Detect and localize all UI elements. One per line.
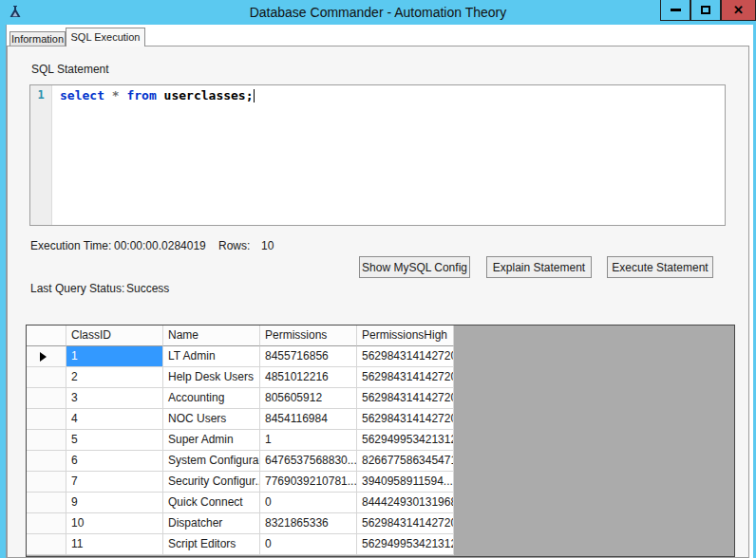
column-header-permissions[interactable]: Permissions xyxy=(260,326,357,346)
grid-cell[interactable]: 844424930131968 xyxy=(357,493,454,513)
window-title: Database Commander - Automation Theory xyxy=(0,0,756,25)
sql-statement-label: SQL Statement xyxy=(31,63,109,76)
grid-cell[interactable]: 6 xyxy=(66,451,163,472)
table-row: 6 System Configura... 6476537568830... 8… xyxy=(27,451,734,472)
row-selector[interactable] xyxy=(27,409,66,430)
grid-cell[interactable]: 7769039210781... xyxy=(260,472,357,493)
grid-cell[interactable]: 4851012216 xyxy=(260,367,357,388)
table-row: 10 Dispatcher 8321865336 562984314142720 xyxy=(27,513,734,534)
grid-cell[interactable]: 10 xyxy=(66,513,163,534)
sql-editor[interactable]: 1 select * from userclasses; xyxy=(29,84,726,226)
last-query-status-value: Success xyxy=(126,282,169,295)
grid-cell[interactable]: Script Editors xyxy=(163,534,260,555)
grid-cell[interactable]: 0 xyxy=(260,534,357,555)
grid-cell[interactable]: 2 xyxy=(66,367,163,388)
row-selector[interactable] xyxy=(27,346,66,367)
grid-corner-cell[interactable] xyxy=(27,326,66,346)
grid-cell[interactable]: 562984314142720 xyxy=(357,388,454,409)
grid-cell[interactable]: 805605912 xyxy=(260,388,357,409)
grid-cell[interactable]: 3940958911594... xyxy=(357,472,454,493)
grid-cell[interactable]: 7 xyxy=(66,472,163,493)
window-controls: ✕ xyxy=(660,0,756,21)
grid-cell[interactable]: 5 xyxy=(66,430,163,451)
row-selector[interactable] xyxy=(27,451,66,472)
grid-cell[interactable]: Security Configur... xyxy=(163,472,260,493)
grid-cell[interactable]: 0 xyxy=(260,493,357,513)
rows-label: Rows: xyxy=(218,239,250,252)
row-selector[interactable] xyxy=(27,367,66,388)
table-row: 4 NOC Users 8454116984 562984314142720 xyxy=(27,409,734,430)
minimize-icon xyxy=(671,9,681,11)
column-header-name[interactable]: Name xyxy=(163,326,260,346)
grid-cell[interactable]: Quick Connect xyxy=(163,493,260,513)
execution-time-value: 00:00:00.0284019 xyxy=(114,239,206,252)
column-header-permissionshigh[interactable]: PermissionsHigh xyxy=(357,326,454,346)
row-selector[interactable] xyxy=(27,472,66,493)
show-mysql-config-button[interactable]: Show MySQL Config xyxy=(359,256,470,278)
maximize-button[interactable] xyxy=(690,0,721,21)
grid-header-row: ClassID Name Permissions PermissionsHigh xyxy=(27,326,734,346)
grid-cell[interactable]: 562949953421312 xyxy=(357,534,454,555)
table-row: 3 Accounting 805605912 562984314142720 xyxy=(27,388,734,409)
grid-cell[interactable]: NOC Users xyxy=(163,409,260,430)
explain-statement-button[interactable]: Explain Statement xyxy=(486,256,592,278)
grid-cell[interactable]: 562949953421312 xyxy=(357,430,454,451)
line-number-1: 1 xyxy=(37,88,44,102)
grid-cell[interactable]: 3 xyxy=(66,388,163,409)
text-caret xyxy=(254,89,255,102)
execution-time-label: Execution Time: xyxy=(30,239,111,252)
close-button[interactable]: ✕ xyxy=(721,0,756,21)
row-selector[interactable] xyxy=(27,493,66,513)
maximize-icon xyxy=(701,6,710,14)
grid-cell[interactable]: 826677586345471 xyxy=(357,451,454,472)
table-row: 11 Script Editors 0 562949953421312 xyxy=(27,534,734,555)
row-selector[interactable] xyxy=(27,388,66,409)
row-selector[interactable] xyxy=(27,430,66,451)
grid-cell[interactable]: System Configura... xyxy=(163,451,260,472)
grid-cell[interactable]: 562984314142720 xyxy=(357,513,454,534)
grid-cell[interactable]: LT Admin xyxy=(163,346,260,367)
row-selector[interactable] xyxy=(27,534,66,555)
table-row: 9 Quick Connect 0 844424930131968 xyxy=(27,493,734,513)
minimize-button[interactable] xyxy=(660,0,690,21)
grid-cell[interactable]: 562984314142720 xyxy=(357,367,454,388)
table-row: 5 Super Admin 1 562949953421312 xyxy=(27,430,734,451)
grid-cell[interactable]: Accounting xyxy=(163,388,260,409)
grid-cell[interactable]: 8321865336 xyxy=(260,513,357,534)
table-row: 1 LT Admin 8455716856 562984314142720 xyxy=(27,346,734,367)
grid-cell[interactable]: 8454116984 xyxy=(260,409,357,430)
row-selector[interactable] xyxy=(27,513,66,534)
last-query-status-label: Last Query Status: xyxy=(30,282,124,295)
grid-cell[interactable]: 1 xyxy=(66,346,163,367)
grid-cell[interactable]: 8455716856 xyxy=(260,346,357,367)
tab-sql-execution[interactable]: SQL Execution xyxy=(66,28,145,46)
grid-cell[interactable]: Dispatcher xyxy=(163,513,260,534)
sql-token-operator-star: * xyxy=(112,88,127,102)
grid-cell[interactable]: 11 xyxy=(66,534,163,555)
grid-cell[interactable]: Help Desk Users xyxy=(163,367,260,388)
editor-line-numbers: 1 xyxy=(30,85,52,225)
close-icon: ✕ xyxy=(733,4,744,16)
grid-cell[interactable]: 9 xyxy=(66,493,163,513)
grid-cell[interactable]: Super Admin xyxy=(163,430,260,451)
grid-cell[interactable]: 562984314142720 xyxy=(357,346,454,367)
app-window: Database Commander - Automation Theory ✕… xyxy=(0,0,756,558)
results-grid: ClassID Name Permissions PermissionsHigh… xyxy=(26,325,735,557)
execute-statement-button[interactable]: Execute Statement xyxy=(607,256,713,278)
grid-cell[interactable]: 4 xyxy=(66,409,163,430)
tab-information-label: Information xyxy=(11,33,64,45)
tab-information[interactable]: Information xyxy=(9,31,66,46)
window-border-left xyxy=(0,25,7,558)
grid-cell[interactable]: 562984314142720 xyxy=(357,409,454,430)
rows-count: 10 xyxy=(261,239,274,252)
table-row: 2 Help Desk Users 4851012216 56298431414… xyxy=(27,367,734,388)
grid-cell[interactable]: 1 xyxy=(260,430,357,451)
grid-cell[interactable]: 6476537568830... xyxy=(260,451,357,472)
row-selector-arrow-icon xyxy=(40,352,47,362)
tab-sql-execution-label: SQL Execution xyxy=(71,31,141,43)
sql-token-keyword-from: from xyxy=(126,88,163,102)
titlebar[interactable]: Database Commander - Automation Theory ✕ xyxy=(0,0,756,25)
column-header-classid[interactable]: ClassID xyxy=(66,326,163,346)
table-row: 7 Security Configur... 7769039210781... … xyxy=(27,472,734,493)
sql-code-line[interactable]: select * from userclasses; xyxy=(52,85,725,225)
